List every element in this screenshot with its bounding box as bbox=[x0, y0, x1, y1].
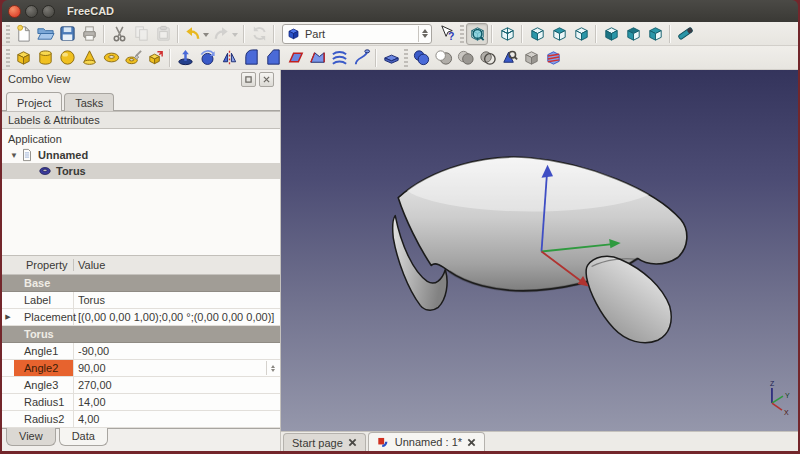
property-name[interactable]: Angle1 bbox=[14, 343, 74, 359]
primitives-button[interactable] bbox=[122, 47, 144, 69]
toolbar-grip[interactable] bbox=[6, 25, 10, 43]
fit-all-button[interactable] bbox=[466, 23, 488, 45]
part-cube-icon bbox=[286, 26, 301, 41]
workbench-spinner[interactable] bbox=[418, 26, 428, 42]
new-document-button[interactable] bbox=[12, 23, 34, 45]
expander-icon[interactable]: ▼ bbox=[8, 151, 20, 160]
caret-down-icon[interactable] bbox=[202, 26, 210, 42]
workbench-selector[interactable]: Part bbox=[282, 24, 432, 44]
boolean-button[interactable] bbox=[410, 47, 432, 69]
mdi-tab-start-page[interactable]: Start page bbox=[283, 433, 366, 451]
property-value[interactable]: 14,00 bbox=[74, 394, 280, 410]
redo-button[interactable] bbox=[211, 23, 240, 45]
view-left-button[interactable] bbox=[644, 23, 666, 45]
property-value[interactable]: Torus bbox=[74, 292, 280, 308]
row-expander[interactable]: ▶ bbox=[2, 313, 14, 321]
tree-item-document[interactable]: ▼Unnamed bbox=[2, 147, 280, 163]
close-tab-icon[interactable] bbox=[467, 438, 476, 447]
view-front-button[interactable] bbox=[526, 23, 548, 45]
ruled-surface-button[interactable] bbox=[306, 47, 328, 69]
loft-button[interactable] bbox=[328, 47, 350, 69]
view-top-button[interactable] bbox=[548, 23, 570, 45]
property-name[interactable]: Label bbox=[14, 292, 74, 308]
property-row-placement[interactable]: ▶Placement[(0,00 0,00 1,00);0,00 °;(0,00… bbox=[2, 309, 280, 326]
maximize-window-button[interactable] bbox=[42, 5, 55, 18]
tab-project[interactable]: Project bbox=[6, 92, 62, 111]
titlebar[interactable]: FreeCAD bbox=[2, 0, 798, 22]
property-name[interactable]: Angle3 bbox=[14, 377, 74, 393]
toolbar-grip[interactable] bbox=[6, 49, 10, 67]
tree-item-torus[interactable]: Torus bbox=[2, 163, 280, 179]
copy-button[interactable] bbox=[130, 23, 152, 45]
value-spinner[interactable] bbox=[266, 361, 279, 375]
3d-viewport[interactable]: Z Y X bbox=[281, 70, 798, 431]
property-row-angle3[interactable]: Angle3270,00 bbox=[2, 377, 280, 394]
save-button[interactable] bbox=[56, 23, 78, 45]
refresh-button[interactable] bbox=[248, 23, 270, 45]
property-row-angle2[interactable]: Angle290,00 bbox=[2, 360, 280, 377]
property-row-label[interactable]: LabelTorus bbox=[2, 292, 280, 309]
minimize-window-button[interactable] bbox=[25, 5, 38, 18]
property-name[interactable]: Radius1 bbox=[14, 394, 74, 410]
mirror-button[interactable] bbox=[218, 47, 240, 69]
defeaturing-button[interactable] bbox=[520, 47, 542, 69]
property-value[interactable]: -90,00 bbox=[74, 343, 280, 359]
chamfer-button[interactable] bbox=[262, 47, 284, 69]
toolbar-grip[interactable] bbox=[404, 49, 408, 67]
compound-button[interactable] bbox=[380, 47, 402, 69]
view-right-button[interactable] bbox=[570, 23, 592, 45]
mdi-tab-unnamed-1-[interactable]: Unnamed : 1* bbox=[368, 432, 485, 451]
section-button[interactable] bbox=[476, 47, 498, 69]
tab-tasks[interactable]: Tasks bbox=[64, 93, 114, 111]
cross-sections-button[interactable] bbox=[542, 47, 564, 69]
caret-down-icon[interactable] bbox=[231, 26, 239, 42]
view-bottom-icon bbox=[624, 24, 643, 43]
property-value[interactable]: 90,00 bbox=[74, 360, 280, 376]
cylinder-button[interactable] bbox=[34, 47, 56, 69]
print-button[interactable] bbox=[78, 23, 100, 45]
torus-button[interactable] bbox=[100, 47, 122, 69]
property-value[interactable]: [(0,00 0,00 1,00);0,00 °;(0,00 0,00 0,00… bbox=[74, 309, 280, 325]
make-face-button[interactable] bbox=[284, 47, 306, 69]
property-row-angle1[interactable]: Angle1-90,00 bbox=[2, 343, 280, 360]
sweep-button[interactable] bbox=[350, 47, 372, 69]
paste-button[interactable] bbox=[152, 23, 174, 45]
toolbar-separator bbox=[103, 25, 105, 43]
whats-this-button[interactable]: ? bbox=[436, 23, 458, 45]
property-name[interactable]: Angle2 bbox=[14, 360, 74, 376]
sphere-button[interactable] bbox=[56, 47, 78, 69]
toolbar-grip[interactable] bbox=[460, 25, 464, 43]
check-geometry-button[interactable] bbox=[498, 47, 520, 69]
box-button[interactable] bbox=[12, 47, 34, 69]
boolean-icon bbox=[412, 48, 431, 67]
cut-button[interactable] bbox=[108, 23, 130, 45]
axonometric-button[interactable] bbox=[496, 23, 518, 45]
intersection-button[interactable] bbox=[454, 47, 476, 69]
panel-close-button[interactable] bbox=[259, 72, 274, 87]
fillet-button[interactable] bbox=[240, 47, 262, 69]
open-folder-button[interactable] bbox=[34, 23, 56, 45]
cut-boolean-button[interactable] bbox=[432, 47, 454, 69]
cone-button[interactable] bbox=[78, 47, 100, 69]
property-name[interactable]: Radius2 bbox=[14, 411, 74, 427]
property-value[interactable]: 4,00 bbox=[74, 411, 280, 427]
property-name[interactable]: Placement bbox=[14, 309, 74, 325]
shape-builder-button[interactable] bbox=[144, 47, 166, 69]
view-rear-button[interactable] bbox=[600, 23, 622, 45]
property-group-torus[interactable]: Torus bbox=[2, 326, 280, 343]
property-row-radius2[interactable]: Radius24,00 bbox=[2, 411, 280, 428]
tab-data[interactable]: Data bbox=[59, 428, 108, 446]
property-row-radius1[interactable]: Radius114,00 bbox=[2, 394, 280, 411]
close-window-button[interactable] bbox=[8, 5, 21, 18]
tab-view[interactable]: View bbox=[6, 428, 56, 446]
extrude-button[interactable] bbox=[174, 47, 196, 69]
panel-float-button[interactable] bbox=[241, 72, 256, 87]
close-tab-icon[interactable] bbox=[348, 438, 357, 447]
property-group-base[interactable]: Base bbox=[2, 275, 280, 292]
undo-button[interactable] bbox=[182, 23, 211, 45]
revolve-button[interactable] bbox=[196, 47, 218, 69]
view-bottom-button[interactable] bbox=[622, 23, 644, 45]
property-value[interactable]: 270,00 bbox=[74, 377, 280, 393]
axis-cross: Z Y X bbox=[770, 380, 790, 416]
measure-distance-button[interactable] bbox=[674, 23, 696, 45]
